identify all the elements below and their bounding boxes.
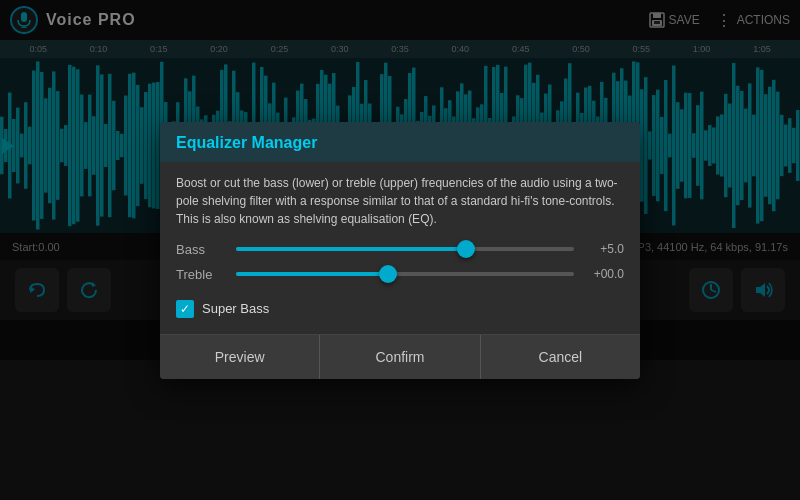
- cancel-button[interactable]: Cancel: [481, 335, 640, 379]
- super-bass-label: Super Bass: [202, 301, 269, 316]
- dialog-body: Boost or cut the bass (lower) or treble …: [160, 162, 640, 334]
- equalizer-dialog: Equalizer Manager Boost or cut the bass …: [160, 122, 640, 379]
- confirm-button[interactable]: Confirm: [320, 335, 480, 379]
- bass-slider[interactable]: [236, 247, 574, 251]
- dialog-overlay: Equalizer Manager Boost or cut the bass …: [0, 0, 800, 500]
- super-bass-checkbox[interactable]: ✓: [176, 300, 194, 318]
- bass-value: +5.0: [584, 242, 624, 256]
- dialog-header: Equalizer Manager: [160, 122, 640, 162]
- dialog-title: Equalizer Manager: [176, 134, 624, 152]
- super-bass-row: ✓ Super Bass: [176, 292, 624, 326]
- treble-label: Treble: [176, 267, 226, 282]
- dialog-footer: Preview Confirm Cancel: [160, 334, 640, 379]
- dialog-description: Boost or cut the bass (lower) or treble …: [176, 174, 624, 228]
- treble-slider-row: Treble +00.0: [176, 267, 624, 282]
- treble-value: +00.0: [584, 267, 624, 281]
- bass-label: Bass: [176, 242, 226, 257]
- preview-button[interactable]: Preview: [160, 335, 320, 379]
- treble-slider[interactable]: [236, 272, 574, 276]
- bass-slider-row: Bass +5.0: [176, 242, 624, 257]
